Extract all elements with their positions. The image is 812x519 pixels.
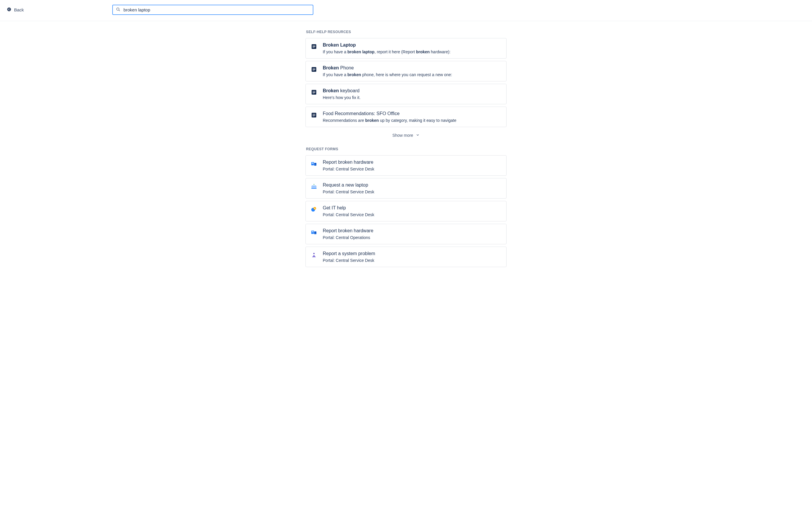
article-icon [311, 66, 317, 73]
svg-rect-15 [314, 232, 316, 234]
search-icon [116, 7, 120, 12]
card-body: Report broken hardwarePortal: Central Se… [323, 160, 501, 171]
self-help-heading: SELF-HELP RESOURCES [306, 30, 506, 34]
article-icon [311, 89, 317, 96]
svg-point-10 [314, 187, 314, 187]
system-problem-icon [311, 252, 317, 258]
card-body: Report broken hardwarePortal: Central Op… [323, 228, 501, 240]
svg-point-17 [313, 253, 315, 254]
back-button[interactable]: Back [7, 7, 24, 12]
request-forms-heading: REQUEST FORMS [306, 147, 506, 151]
card-title: Broken keyboard [323, 88, 501, 93]
card-description: If you have a broken phone, here is wher… [323, 72, 501, 77]
content: SELF-HELP RESOURCES Broken LaptopIf you … [306, 21, 506, 281]
card-body: Broken LaptopIf you have a broken laptop… [323, 42, 501, 54]
new-laptop-icon [311, 183, 317, 190]
show-more-label: Show more [393, 133, 413, 138]
svg-point-7 [314, 184, 315, 185]
self-help-card[interactable]: Broken LaptopIf you have a broken laptop… [306, 38, 506, 59]
card-title: Broken Laptop [323, 42, 501, 48]
svg-rect-9 [311, 188, 317, 189]
self-help-list: Broken LaptopIf you have a broken laptop… [306, 38, 506, 127]
card-body: Broken PhoneIf you have a broken phone, … [323, 65, 501, 77]
request-form-card[interactable]: Request a new laptopPortal: Central Serv… [306, 178, 506, 199]
svg-rect-6 [315, 164, 316, 165]
it-help-icon [311, 206, 317, 213]
svg-rect-14 [312, 231, 314, 232]
search-wrapper [112, 5, 313, 15]
request-form-card[interactable]: Report broken hardwarePortal: Central Se… [306, 155, 506, 176]
self-help-card[interactable]: Broken keyboardHere's how you fix it. [306, 84, 506, 104]
chevron-down-icon [416, 133, 419, 138]
request-form-card[interactable]: Get IT helpPortal: Central Service Desk [306, 201, 506, 221]
search-box[interactable] [112, 5, 313, 15]
svg-point-0 [7, 8, 11, 11]
back-arrow-icon [7, 7, 11, 12]
card-title: Report broken hardware [323, 160, 501, 165]
card-title: Request a new laptop [323, 182, 501, 188]
svg-rect-5 [314, 163, 316, 165]
show-more-button[interactable]: Show more [306, 129, 506, 140]
hardware-icon [311, 160, 317, 167]
card-title: Report broken hardware [323, 228, 501, 234]
hardware-icon [311, 229, 317, 236]
self-help-card[interactable]: Broken PhoneIf you have a broken phone, … [306, 61, 506, 82]
request-forms-list: Report broken hardwarePortal: Central Se… [306, 155, 506, 267]
card-title: Get IT help [323, 205, 501, 211]
self-help-card[interactable]: Food Recommendations: SFO OfficeRecommen… [306, 106, 506, 127]
card-title: Report a system problem [323, 251, 501, 256]
card-title: Broken Phone [323, 65, 501, 70]
back-label: Back [14, 7, 24, 12]
card-portal: Portal: Central Service Desk [323, 167, 501, 171]
article-icon [311, 43, 317, 50]
card-portal: Portal: Central Service Desk [323, 189, 501, 194]
card-description: If you have a broken laptop, report it h… [323, 50, 501, 54]
svg-rect-4 [312, 162, 314, 164]
card-description: Recommendations are broken up by categor… [323, 118, 501, 123]
card-portal: Portal: Central Service Desk [323, 258, 501, 263]
svg-line-2 [119, 10, 120, 11]
search-input[interactable] [123, 7, 310, 12]
card-body: Report a system problemPortal: Central S… [323, 251, 501, 263]
card-title: Food Recommendations: SFO Office [323, 111, 501, 116]
card-portal: Portal: Central Service Desk [323, 212, 501, 217]
header-bar: Back [0, 0, 812, 21]
card-body: Broken keyboardHere's how you fix it. [323, 88, 501, 100]
svg-rect-16 [315, 233, 316, 234]
request-form-card[interactable]: Report broken hardwarePortal: Central Op… [306, 224, 506, 244]
article-icon [311, 112, 317, 119]
card-description: Here's how you fix it. [323, 95, 501, 100]
card-body: Get IT helpPortal: Central Service Desk [323, 205, 501, 217]
card-body: Food Recommendations: SFO OfficeRecommen… [323, 111, 501, 123]
request-form-card[interactable]: Report a system problemPortal: Central S… [306, 247, 506, 267]
card-body: Request a new laptopPortal: Central Serv… [323, 182, 501, 194]
card-portal: Portal: Central Operations [323, 235, 501, 240]
